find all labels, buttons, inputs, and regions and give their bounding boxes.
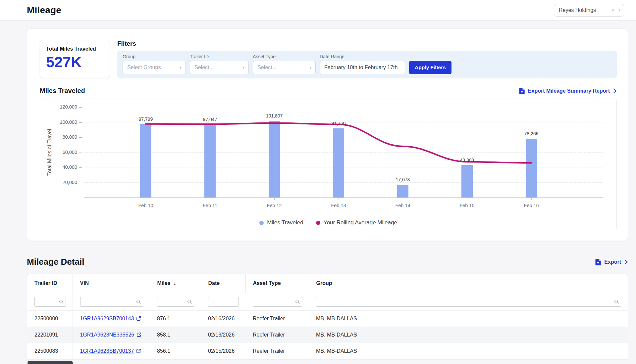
chevron-down-icon: ▾ [180, 66, 182, 70]
x-axis-tick-label: Feb 11 [203, 203, 217, 208]
chevron-down-icon: ▾ [309, 66, 311, 70]
bar-value-label: 17,073 [396, 177, 410, 182]
column-search-input-group[interactable] [316, 297, 621, 307]
column-search-input-date[interactable] [208, 297, 239, 307]
x-axis-tick [467, 198, 467, 200]
account-selector-value: Reyes Holdings [559, 7, 611, 13]
vin-link[interactable]: 1GR1A9623SB700137 [80, 348, 141, 354]
search-icon [136, 299, 141, 304]
detail-section-heading: Mileage Detail [27, 257, 84, 267]
filter-field-asset-type: Asset TypeSelect...▾ [253, 54, 316, 74]
chevron-down-icon: ▾ [242, 66, 244, 70]
filter-field-date-range: Date RangeFebruary 10th to February 17th [320, 54, 405, 74]
x-axis-tick [146, 198, 146, 200]
column-header-group[interactable]: Group [309, 274, 628, 293]
total-miles-label: Total Miles Traveled [46, 46, 104, 52]
chevron-right-icon [624, 259, 628, 265]
cell-date: 02/13/2026 [201, 327, 245, 343]
main-content: Total Miles Traveled 527K Filters GroupS… [0, 21, 636, 359]
account-selector[interactable]: Reyes Holdings × ▾ [554, 4, 624, 17]
filter-cell-trailer-id [27, 293, 73, 310]
search-icon [614, 299, 619, 304]
select-placeholder: Select... [194, 65, 240, 70]
filter-cell-miles [150, 293, 201, 310]
y-axis-tick [79, 137, 82, 138]
cell-asset-type: Reefer Trailer [245, 327, 309, 343]
external-link-icon [136, 348, 141, 353]
search-box [253, 297, 302, 307]
filter-select-trailer-id[interactable]: Select...▾ [190, 61, 249, 74]
cell-trailer-id: 22500083 [27, 343, 73, 359]
filter-label-date-range: Date Range [320, 54, 405, 59]
vin-link[interactable]: 1GR1A9623NE335526 [80, 332, 142, 338]
cell-miles: 858.1 [150, 327, 201, 343]
legend-label: Your Rolling Average Mileage [324, 219, 397, 226]
x-axis-tick-label: Feb 10 [138, 203, 153, 208]
cell-vin: 1GR1A9629SB700143 [73, 310, 150, 327]
column-header-label: Miles [157, 280, 171, 286]
mileage-detail-table: Trailer IDVINMiles↓DateAsset TypeGroup 2… [27, 274, 628, 359]
export-mileage-summary-label: Export Mileage Summary Report [528, 88, 610, 94]
external-link-icon [136, 332, 141, 337]
cell-group: MB, MB-DALLAS [309, 327, 628, 343]
y-axis-tick-label: 40,000 [43, 164, 77, 170]
cell-asset-type: Reefer Trailer [245, 310, 309, 327]
filter-select-group[interactable]: Select Groups▾ [123, 61, 186, 74]
y-axis-tick-label: 100,000 [43, 119, 77, 125]
table-header-row: Trailer IDVINMiles↓DateAsset TypeGroup [27, 274, 628, 293]
bar-value-label: 97,799 [139, 116, 153, 122]
total-miles-card: Total Miles Traveled 527K [40, 40, 110, 78]
column-search-input-vin[interactable] [80, 297, 143, 307]
document-icon [519, 88, 525, 94]
chevron-right-icon [613, 88, 617, 94]
page-title: Mileage [27, 5, 61, 16]
legend-item-your-rolling-average-mileage[interactable]: Your Rolling Average Mileage [316, 219, 397, 226]
miles-traveled-chart: Total Miles of Travel 20,00040,00060,000… [40, 99, 617, 230]
cell-miles: 876.1 [150, 310, 201, 327]
export-mileage-summary-link[interactable]: Export Mileage Summary Report [519, 88, 617, 94]
clear-icon[interactable]: × [611, 7, 614, 13]
apply-filters-button[interactable]: Apply Filters [409, 61, 451, 74]
x-axis-tick-label: Feb 16 [524, 203, 539, 208]
column-header-label: Asset Type [253, 280, 281, 286]
sort-desc-icon[interactable]: ↓ [174, 280, 176, 286]
column-search-input-asset-type[interactable] [253, 297, 302, 307]
filter-cell-vin [73, 293, 150, 310]
table-row: 225000001GR1A9629SB700143876.102/16/2026… [27, 310, 628, 327]
mileage-summary-card: Total Miles Traveled 527K Filters GroupS… [27, 28, 628, 241]
cell-trailer-id: 22500000 [27, 310, 73, 327]
column-header-date[interactable]: Date [201, 274, 245, 293]
cell-miles: 856.1 [150, 343, 201, 359]
column-header-miles[interactable]: Miles↓ [150, 274, 201, 293]
total-miles-value: 527K [46, 54, 104, 71]
cell-vin: 1GR1A9623NE335526 [73, 327, 150, 343]
filter-select-asset-type[interactable]: Select...▾ [253, 61, 316, 74]
x-axis-tick [339, 198, 339, 200]
filter-cell-asset-type [245, 293, 309, 310]
bar-value-label: 101,807 [266, 113, 283, 118]
y-axis-tick [79, 153, 82, 153]
date-range-input[interactable]: February 10th to February 17th [320, 61, 405, 74]
chevron-down-icon[interactable]: ▾ [618, 8, 620, 12]
column-header-trailer-id[interactable]: Trailer ID [27, 274, 73, 293]
horizontal-scrollbar-thumb[interactable] [27, 361, 73, 364]
y-axis-tick [79, 167, 82, 168]
legend-item-miles-traveled[interactable]: Miles Traveled [259, 219, 303, 226]
export-detail-label: Export [604, 259, 621, 265]
export-detail-link[interactable]: Export [595, 259, 628, 265]
vin-link[interactable]: 1GR1A9629SB700143 [80, 316, 141, 322]
column-header-vin[interactable]: VIN [73, 274, 150, 293]
bar-value-label: 43,303 [460, 158, 474, 163]
x-axis-tick [274, 198, 275, 200]
column-header-label: Group [316, 280, 332, 286]
search-box [157, 297, 194, 307]
column-header-asset-type[interactable]: Asset Type [245, 274, 309, 293]
filter-label-group: Group [123, 54, 186, 59]
filter-cell-date [201, 293, 245, 310]
search-icon [59, 299, 64, 304]
filters-section: Filters GroupSelect Groups▾Trailer IDSel… [117, 40, 617, 78]
filter-cell-group [309, 293, 628, 310]
chart-plot-area: 97,79997,047101,80791,76017,07343,30378,… [84, 107, 603, 198]
select-placeholder: Select... [257, 65, 307, 70]
filter-field-group: GroupSelect Groups▾ [123, 54, 186, 74]
